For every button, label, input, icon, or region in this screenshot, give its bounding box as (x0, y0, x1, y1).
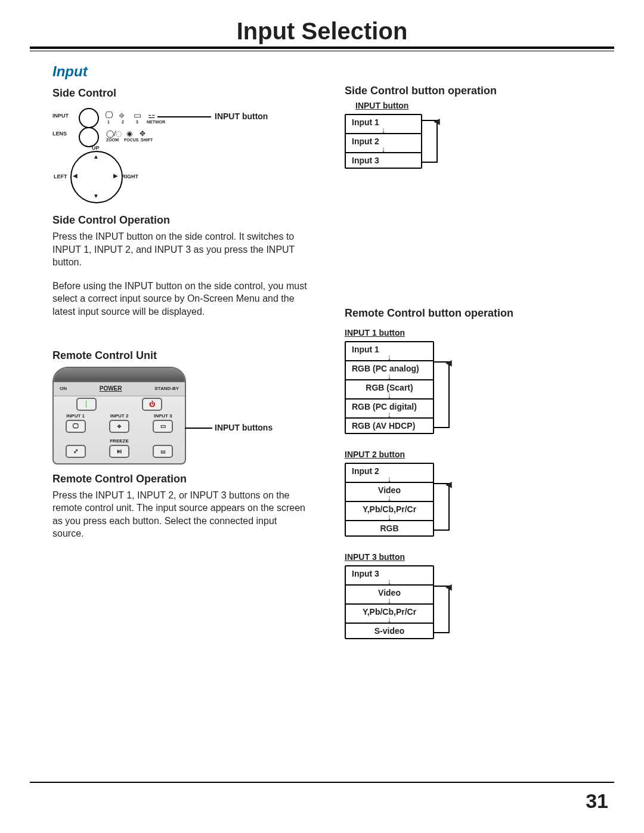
label-input: INPUT (52, 113, 69, 119)
label-focus: FOCUS (124, 138, 139, 142)
input-button-callout: INPUT button (215, 112, 268, 121)
input2-flow: Input 2 ↓ Video ↓ Y,Pb/Cb,Pr/Cr ↓ RGB (345, 463, 434, 537)
label-input2: INPUT 2 (110, 413, 129, 419)
label-network: NETWOR (147, 120, 165, 124)
tape-icon: ▭ (134, 110, 141, 120)
flow-item: RGB (346, 520, 433, 535)
focus-icon: ◉ (126, 129, 132, 138)
loop-line (434, 483, 450, 531)
flow-item: Input 1 (346, 115, 421, 129)
flow-item: Video (346, 584, 433, 600)
flow-item: Input 3 (346, 566, 433, 581)
loop-arrow-icon: ◀ (445, 582, 452, 592)
side-btn-op-heading: Side Control button operation (345, 85, 583, 97)
flow-item: S-video (346, 623, 433, 638)
remote-top-bar (54, 368, 185, 382)
label-1: 1 (107, 120, 110, 124)
input3-button-sub: INPUT 3 button (345, 552, 583, 562)
standby-button-icon: ⏻ (142, 398, 162, 411)
flow-item: RGB (Scart) (346, 379, 433, 395)
right-column: Side Control button operation INPUT butt… (345, 81, 583, 655)
chevron-down-icon: ▼ (93, 193, 99, 199)
input3-flow: Input 3 ↓ Video ↓ Y,Pb/Cb,Pr/Cr ↓ S-vide… (345, 565, 434, 639)
label-zoom: ZOOM (106, 138, 119, 142)
label-3: 3 (136, 120, 138, 124)
side-control-diagram: INPUT LENS 🖵 ⎆ ▭ ⚍ 1 2 3 NETWOR ◯/◌ (52, 103, 208, 205)
label-input3: INPUT 3 (154, 413, 172, 419)
left-column: Input Side Control INPUT LENS 🖵 ⎆ ▭ ⚍ 1 … (52, 60, 327, 551)
flow-item: RGB (PC analog) (346, 360, 433, 376)
input2-button-icon: ⎆ (109, 420, 129, 433)
flow-item: RGB (PC digital) (346, 398, 433, 414)
label-left: LEFT (54, 174, 67, 179)
side-control-heading: Side Control (52, 87, 327, 100)
input1-button-icon: 🖵 (66, 420, 86, 433)
shift-icon: ✥ (140, 129, 145, 138)
label-power: POWER (100, 385, 122, 392)
rule-bottom (30, 782, 614, 783)
callout-line-remote (185, 428, 212, 429)
rule-under (30, 51, 614, 51)
input-button-icon (79, 108, 99, 128)
flow-item: RGB (AV HDCP) (346, 417, 433, 433)
label-right: RIGHT (122, 174, 138, 179)
remote-diagram: ON POWER STAND-BY │ ⏻ INPUT 1 INPUT 2 IN… (52, 367, 186, 465)
input-icon: ⎆ (119, 110, 124, 120)
label-input1: INPUT 1 (66, 413, 85, 419)
label-lens: LENS (52, 131, 67, 137)
input1-button-sub: INPUT 1 button (345, 328, 583, 337)
network-icon: ⚍ (148, 110, 156, 120)
flow-item: Input 2 (346, 464, 433, 478)
loop-arrow-icon: ◀ (434, 116, 440, 126)
loop-line (422, 120, 438, 163)
on-button-icon: │ (76, 398, 97, 411)
loop-arrow-icon: ◀ (445, 358, 452, 367)
label-freeze: FREEZE (110, 438, 129, 444)
flow-item: Input 2 (346, 133, 421, 148)
chevron-right-icon: ▶ (113, 172, 118, 179)
autopc-button-icon: ⤢ (66, 445, 86, 458)
flow-item: Input 1 (346, 342, 433, 357)
side-control-op-p1: Press the INPUT button on the side contr… (52, 230, 309, 269)
loop-line (434, 361, 450, 428)
monitor-icon: 🖵 (105, 110, 113, 120)
side-control-op-heading: Side Control Operation (52, 214, 327, 227)
section-heading: Input (52, 63, 327, 80)
remote-op-heading: Remote Control Operation (52, 473, 327, 485)
label-standby: STAND-BY (154, 386, 179, 391)
flow-item: Video (346, 482, 433, 497)
side-control-op-p2: Before using the INPUT button on the sid… (52, 280, 309, 318)
loop-line (434, 586, 450, 633)
zoom-icon: ◯/◌ (106, 129, 122, 138)
label-on: ON (60, 386, 67, 391)
content: Input Side Control INPUT LENS 🖵 ⎆ ▭ ⚍ 1 … (52, 60, 592, 785)
remote-op-p1: Press the INPUT 1, INPUT 2, or INPUT 3 b… (52, 489, 309, 540)
remote-power-row: ON POWER STAND-BY (54, 382, 185, 397)
label-shift: SHIFT (141, 138, 153, 142)
freeze-button-icon: ⏯ (109, 445, 129, 458)
side-btn-flow: Input 1 ↓ Input 2 ↓ Input 3 (345, 114, 422, 169)
lens-button-icon (79, 127, 99, 147)
label-2: 2 (122, 120, 124, 124)
page: Input Selection Input Side Control INPUT… (0, 0, 644, 833)
rule-top (30, 47, 614, 49)
flow-item: Input 3 (346, 152, 421, 168)
page-number: 31 (586, 789, 608, 813)
page-title: Input Selection (0, 18, 644, 45)
network-button-icon: ⚍ (153, 445, 173, 458)
input2-button-sub: INPUT 2 button (345, 450, 583, 459)
chevron-up-icon: ▲ (93, 153, 99, 160)
remote-unit-heading: Remote Control Unit (52, 349, 327, 362)
callout-line (157, 116, 211, 117)
label-up: UP (92, 145, 100, 151)
flow-item: Y,Pb/Cb,Pr/Cr (346, 603, 433, 619)
side-btn-sub: INPUT button (355, 101, 583, 110)
input3-button-icon: ▭ (153, 420, 173, 433)
input-buttons-callout: INPUT buttons (215, 423, 273, 432)
flow-item: Y,Pb/Cb,Pr/Cr (346, 501, 433, 516)
loop-arrow-icon: ◀ (445, 479, 452, 489)
remote-btn-op-heading: Remote Control button operation (345, 307, 583, 320)
input1-flow: Input 1 ↓ RGB (PC analog) ↓ RGB (Scart) … (345, 341, 434, 434)
chevron-left-icon: ◀ (73, 172, 78, 179)
